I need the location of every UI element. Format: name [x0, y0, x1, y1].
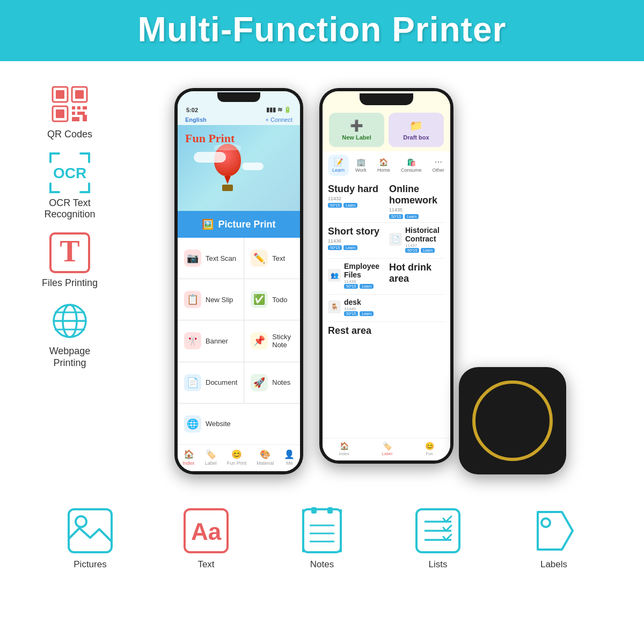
phone1-signal: ▮▮▮ ≋ 🔋 [266, 106, 291, 113]
tab-home[interactable]: 🏠 Home [373, 155, 394, 176]
nav-material-label: Material [257, 460, 274, 466]
online-homework-id: 11435 [389, 207, 445, 213]
menu-item-document[interactable]: 📄 Document [178, 362, 244, 403]
printer-device [459, 367, 566, 474]
page-title: Multi-Function Printer [0, 10, 644, 49]
phone1-nav-material[interactable]: 🎨 Material [257, 449, 274, 466]
phone1-nav-funprint[interactable]: 😊 Fun Print [227, 449, 247, 466]
feature-notes-bottom: Notes [298, 507, 346, 570]
cloud2 [242, 163, 264, 170]
phone1-nav-label[interactable]: 🏷️ Label [205, 449, 217, 466]
p2-nav-label-label: Label [382, 451, 392, 456]
phone2-nav-fun[interactable]: 😊 Fun [425, 442, 434, 456]
divider-1 [328, 222, 445, 223]
phone2-nav-index[interactable]: 🏠 Index [339, 442, 349, 456]
printer-inner [480, 389, 545, 453]
phone1-topbar: English + Connect [178, 115, 300, 125]
nav-label-icon: 🏷️ [206, 449, 216, 459]
p2-nav-label-icon: 🏷️ [383, 442, 392, 450]
text-scan-label: Text Scan [206, 254, 236, 262]
nav-label-label: Label [205, 460, 217, 466]
divider-3 [328, 294, 445, 295]
webpage-label: WebpagePrinting [49, 346, 91, 369]
new-slip-label: New Slip [206, 296, 233, 304]
historical-contract-title: HistoricalContract [405, 226, 445, 243]
menu-item-sticky-note[interactable]: 📌 Sticky Note [244, 320, 300, 361]
main-content: QR Codes OCR OCR TextRecognition [0, 61, 644, 501]
menu-item-notes[interactable]: 🚀 Notes [244, 362, 300, 403]
text-bottom-label: Text [197, 559, 214, 570]
tag-learn-2: Learn [405, 214, 419, 219]
tab-consume-label: Consume [401, 167, 422, 173]
menu-item-todo[interactable]: ✅ Todo [244, 279, 300, 320]
draft-box-button[interactable]: 📁 Draft box [389, 113, 444, 147]
menu-item-banner[interactable]: 🎌 Banner [178, 320, 244, 361]
phone1-nav-index[interactable]: 🏠 Index [183, 449, 195, 466]
menu-item-text-scan[interactable]: 📷 Text Scan [178, 238, 244, 279]
svg-point-37 [541, 518, 550, 527]
phone1-banner: Fun Print [178, 125, 300, 211]
ocr-icon: OCR [48, 151, 91, 194]
phone2-action-row: ➕ New Label 📁 Draft box [323, 107, 450, 151]
globe-icon [48, 299, 91, 342]
phone1: 5:02 ▮▮▮ ≋ 🔋 English + Connect Fun Print [174, 88, 303, 474]
phone2-label-content: Study hard 11432 50*15 Learn Online home… [323, 179, 450, 438]
labels-label: Labels [540, 559, 567, 570]
learn-icon: 📝 [334, 158, 343, 166]
phone1-status-bar: 5:02 ▮▮▮ ≋ 🔋 [178, 102, 300, 115]
labels-icon [530, 507, 578, 555]
picture-print-button[interactable]: 🖼️ Picture Print [178, 211, 300, 238]
notes-bottom-icon [298, 507, 346, 555]
tab-learn[interactable]: 📝 Learn [328, 155, 349, 176]
tab-work-label: Work [355, 167, 367, 173]
tab-other[interactable]: ⋯ Other [428, 155, 449, 176]
menu-item-website[interactable]: 🌐 Website [178, 404, 300, 444]
svg-rect-11 [72, 117, 79, 121]
nav-home-icon: 🏠 [184, 449, 194, 459]
phone1-nav-me[interactable]: 👤 Me [284, 449, 295, 466]
divider-2 [328, 258, 445, 259]
label-row-3: 👥 EmployeeFiles 11438 50*15 Learn [328, 262, 445, 291]
label-employee-files: 👥 EmployeeFiles 11438 50*15 Learn [328, 262, 384, 291]
new-label-text: New Label [342, 134, 371, 141]
consume-icon: 🛍️ [407, 158, 416, 166]
online-homework-title: Online homework [389, 184, 445, 206]
draft-box-text: Draft box [403, 134, 429, 141]
phones-area: 5:02 ▮▮▮ ≋ 🔋 English + Connect Fun Print [118, 77, 623, 491]
phone1-lang[interactable]: English [185, 116, 207, 123]
feature-webpage: WebpagePrinting [48, 299, 91, 369]
short-story-id: 11436 [328, 238, 384, 244]
qr-icon [48, 83, 91, 126]
svg-rect-3 [75, 90, 84, 99]
svg-point-22 [76, 516, 86, 527]
nav-funprint-label: Fun Print [227, 460, 247, 466]
text-bottom-icon: Aa [182, 507, 230, 555]
new-label-button[interactable]: ➕ New Label [329, 113, 384, 147]
pictures-label: Pictures [74, 559, 106, 570]
historical-contract-tags: 50*15 Learn [405, 248, 445, 253]
menu-item-new-slip[interactable]: 📋 New Slip [178, 279, 244, 320]
desk-tags: 50*15 Learn [344, 311, 445, 316]
todo-label: Todo [272, 296, 287, 304]
employee-icon: 👥 [328, 269, 341, 282]
tab-work[interactable]: 🏢 Work [351, 155, 371, 176]
feature-text-bottom: Aa Text [182, 507, 230, 570]
todo-icon: ✅ [251, 291, 268, 308]
online-homework-tags: 50*15 Learn [389, 214, 445, 219]
menu-item-text[interactable]: ✏️ Text [244, 238, 300, 279]
svg-rect-21 [69, 509, 112, 552]
tab-consume[interactable]: 🛍️ Consume [397, 155, 426, 176]
phone2-nav-label[interactable]: 🏷️ Label [382, 442, 392, 456]
svg-rect-7 [77, 106, 80, 109]
tag-size-2: 50*15 [389, 214, 403, 219]
website-icon: 🌐 [184, 415, 201, 433]
files-label: Files Printing [42, 277, 98, 289]
svg-text:T: T [60, 235, 79, 268]
svg-rect-5 [56, 109, 64, 118]
phone1-connect[interactable]: + Connect [266, 116, 292, 123]
phone2-notch-area [323, 91, 450, 107]
document-label: Document [206, 378, 237, 386]
phone2: ➕ New Label 📁 Draft box 📝 Learn [319, 88, 453, 464]
p2-nav-fun-icon: 😊 [425, 442, 434, 450]
feature-files: T Files Printing [42, 231, 98, 289]
